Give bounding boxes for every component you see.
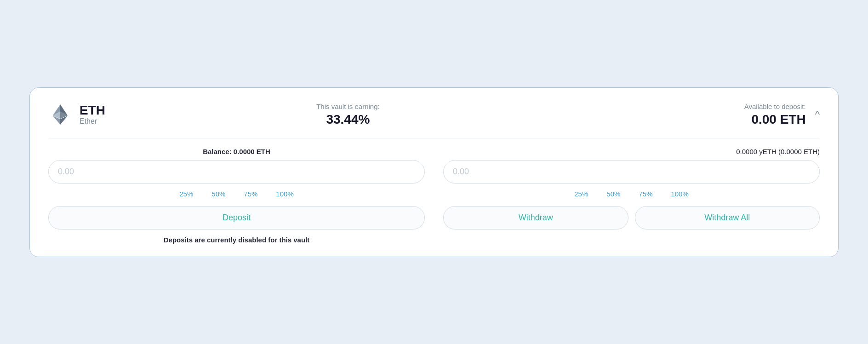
available-deposit-label: Available to deposit: — [501, 103, 806, 110]
deposit-50-button[interactable]: 50% — [211, 190, 225, 198]
token-name: Ether — [80, 117, 105, 126]
deposit-percent-buttons: 25% 50% 75% 100% — [48, 190, 425, 198]
deposit-75-button[interactable]: 75% — [244, 190, 257, 198]
deposit-balance-label: Balance: 0.0000 ETH — [48, 148, 425, 155]
deposit-25-button[interactable]: 25% — [179, 190, 193, 198]
withdraw-percent-buttons: 25% 50% 75% 100% — [443, 190, 820, 198]
token-text: ETH Ether — [80, 103, 105, 126]
header-row: ETH Ether This vault is earning: 33.44% … — [48, 103, 820, 127]
withdraw-column: 0.0000 yETH (0.0000 ETH) 25% 50% 75% 100… — [443, 148, 820, 244]
withdraw-25-button[interactable]: 25% — [574, 190, 588, 198]
deposit-disabled-notice: Deposits are currently disabled for this… — [48, 236, 425, 244]
vault-earning-label: This vault is earning: — [195, 103, 501, 110]
deposit-button[interactable]: Deposit — [48, 206, 425, 229]
deposit-action-buttons: Deposit — [48, 206, 425, 229]
withdraw-100-button[interactable]: 100% — [671, 190, 688, 198]
withdraw-75-button[interactable]: 75% — [639, 190, 652, 198]
vault-earning: This vault is earning: 33.44% — [195, 103, 501, 127]
vault-earning-value: 33.44% — [195, 112, 501, 127]
deposit-column: Balance: 0.0000 ETH 25% 50% 75% 100% Dep… — [48, 148, 425, 244]
withdraw-action-buttons: Withdraw Withdraw All — [443, 206, 820, 229]
main-content: Balance: 0.0000 ETH 25% 50% 75% 100% Dep… — [48, 148, 820, 244]
withdraw-50-button[interactable]: 50% — [606, 190, 620, 198]
token-info: ETH Ether — [48, 103, 195, 126]
withdraw-input[interactable] — [443, 160, 820, 183]
deposit-input[interactable] — [48, 160, 425, 183]
available-deposit: Available to deposit: 0.00 ETH — [501, 103, 811, 127]
eth-logo-icon — [48, 103, 72, 126]
available-deposit-value: 0.00 ETH — [501, 112, 806, 127]
divider — [48, 138, 820, 138]
withdraw-button[interactable]: Withdraw — [443, 206, 628, 229]
token-symbol: ETH — [80, 103, 105, 118]
collapse-chevron-icon[interactable]: ^ — [815, 109, 820, 120]
deposit-100-button[interactable]: 100% — [276, 190, 293, 198]
withdraw-all-button[interactable]: Withdraw All — [635, 206, 820, 229]
yeth-balance-label: 0.0000 yETH (0.0000 ETH) — [443, 148, 820, 155]
vault-card: ETH Ether This vault is earning: 33.44% … — [29, 87, 839, 257]
